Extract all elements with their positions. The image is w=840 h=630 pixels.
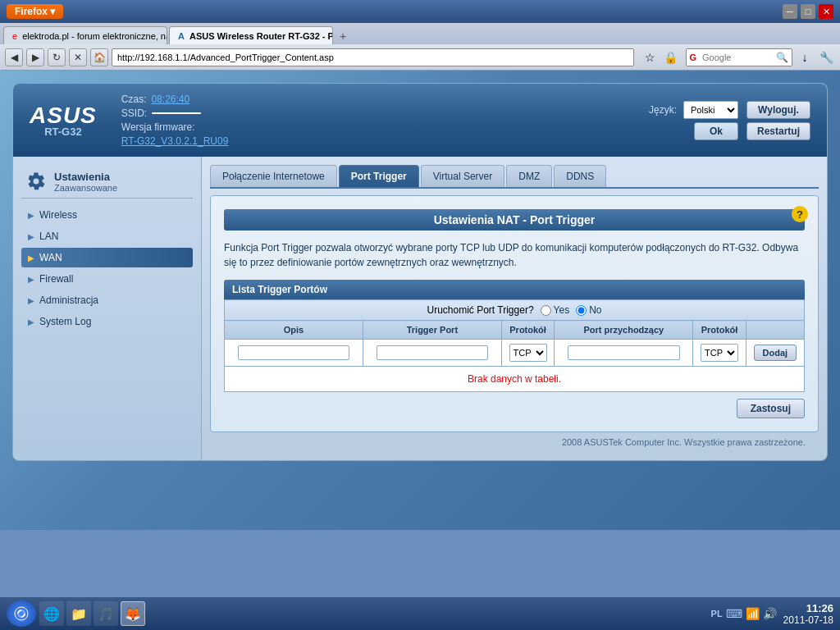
no-radio-text: No [589, 304, 601, 316]
apply-row: Zastosuj [224, 392, 805, 418]
search-input[interactable] [699, 52, 773, 62]
sidebar-item-admin-label: Administracja [39, 294, 98, 306]
protokol1-select-cell: TCP UDP [501, 340, 554, 367]
czas-value[interactable]: 08:26:40 [151, 94, 189, 105]
enable-cell: Uruchomić Port Trigger? Yes No [225, 300, 805, 321]
opis-input[interactable] [238, 345, 350, 360]
sidebar-item-firewall-label: Firewall [39, 273, 73, 285]
tab-polaczenie[interactable]: Połączenie Internetowe [210, 165, 337, 187]
taskbar-media-icon[interactable]: 🎵 [94, 601, 118, 626]
bookmark-star-icon[interactable]: ☆ [641, 48, 659, 66]
logout-button[interactable]: Wyloguj. [746, 101, 810, 119]
header-buttons: Wyloguj. Restartuj [746, 101, 810, 140]
trigger-port-header: Trigger Port [363, 321, 501, 340]
tab-ddns-label: DDNS [566, 171, 594, 182]
firefox-menu-button[interactable]: Firefox ▾ [7, 4, 63, 19]
minimize-button[interactable]: ─ [783, 4, 797, 19]
port-trigger-title: Ustawienia NAT - Port Trigger [224, 209, 805, 231]
protokol2-select[interactable]: TCP UDP [701, 344, 738, 362]
tab-virtual-server-label: Virtual Server [433, 171, 492, 182]
port-przychodzacy-input-cell [555, 340, 693, 367]
apply-button[interactable]: Zastosuj [737, 399, 805, 418]
trigger-list-title: Lista Trigger Portów [224, 280, 805, 299]
sidebar-item-syslog[interactable]: ▶ System Log [21, 312, 193, 331]
sidebar-header: Ustawienia Zaawansowane [21, 165, 193, 199]
tab-virtual-server[interactable]: Virtual Server [421, 165, 504, 187]
close-button[interactable]: ✕ [819, 4, 833, 19]
new-tab-button[interactable]: + [335, 28, 351, 44]
restart-button[interactable]: Restartuj [746, 122, 810, 140]
settings-icon [25, 170, 48, 193]
taskbar-right: PL ⌨ 📶 🔊 11:26 2011-07-18 [711, 602, 833, 626]
tab-elektroda[interactable]: e elektroda.pl - forum elektroniczne, na… [3, 26, 167, 44]
trigger-port-input-cell [363, 340, 501, 367]
address-bar[interactable] [112, 48, 634, 66]
protokol2-header: Protokół [693, 321, 746, 340]
protokol1-select[interactable]: TCP UDP [509, 344, 547, 362]
language-section: Język: Polski English [649, 101, 738, 119]
tab-ddns[interactable]: DDNS [554, 165, 606, 187]
clock-time: 11:26 [783, 602, 833, 614]
forward-button[interactable]: ▶ [26, 48, 44, 66]
yes-radio-label[interactable]: Yes [541, 304, 570, 316]
router-page: ASUS RT-G32 Czas: 08:26:40 SSID: Wersja … [0, 71, 840, 530]
trigger-port-input[interactable] [377, 345, 489, 360]
action-header [746, 321, 804, 340]
language-label: Język: [649, 104, 677, 116]
firmware-value[interactable]: RT-G32_V3.0.2.1_RU09 [121, 135, 229, 147]
sidebar-item-admin[interactable]: ▶ Administracja [21, 290, 193, 310]
home-button[interactable]: 🏠 [90, 48, 108, 66]
help-button[interactable]: ? [792, 206, 808, 222]
search-submit-button[interactable]: 🔍 [773, 52, 792, 63]
sidebar-item-lan[interactable]: ▶ LAN [21, 226, 193, 246]
footer: 2008 ASUSTek Computer Inc. Wszystkie pra… [210, 432, 819, 452]
sidebar-item-lan-label: LAN [39, 231, 58, 242]
router-container: ASUS RT-G32 Czas: 08:26:40 SSID: Wersja … [12, 83, 828, 461]
addons-icon[interactable]: 🔧 [817, 48, 835, 66]
port-przychodzacy-input[interactable] [568, 345, 680, 360]
ssid-label: SSID: [121, 107, 147, 119]
taskbar-explorer-icon[interactable]: 📁 [66, 601, 91, 626]
tab-port-trigger[interactable]: Port Trigger [339, 165, 419, 187]
nav-bar: ◀ ▶ ↻ ✕ 🏠 ☆ 🔒 G 🔍 ↓ 🔧 [0, 44, 840, 71]
port-trigger-box: ? Ustawienia NAT - Port Trigger Funkcja … [210, 195, 819, 432]
sidebar-subtitle: Zaawansowane [54, 183, 117, 193]
sidebar-item-syslog-label: System Log [39, 316, 91, 327]
browser-chrome: Firefox ▾ ─ □ ✕ e elektroda.pl - forum e… [0, 0, 840, 71]
firmware-row: Wersja firmware: [121, 121, 229, 133]
sidebar-item-wan-label: WAN [39, 252, 62, 263]
sidebar-item-wan[interactable]: ▶ WAN [21, 248, 193, 267]
sidebar-item-wireless-label: Wireless [39, 209, 77, 221]
tab-dmz[interactable]: DMZ [506, 165, 552, 187]
reload-button[interactable]: ↻ [48, 48, 66, 66]
taskbar-ie-icon[interactable]: 🌐 [39, 601, 64, 626]
stop-button[interactable]: ✕ [69, 48, 87, 66]
port-trigger-description: Funkcja Port Trigger pozwala otworzyć wy… [224, 240, 805, 270]
sidebar-item-firewall[interactable]: ▶ Firewall [21, 269, 193, 289]
router-header: ASUS RT-G32 Czas: 08:26:40 SSID: Wersja … [13, 84, 827, 157]
ok-button[interactable]: Ok [694, 122, 738, 140]
no-radio[interactable] [576, 305, 587, 316]
header-info: Czas: 08:26:40 SSID: Wersja firmware: RT… [121, 94, 229, 147]
add-button-cell: Dodaj [746, 340, 804, 367]
start-button[interactable] [7, 600, 36, 627]
tab-asus[interactable]: A ASUS Wireless Router RT-G32 - Port T..… [169, 26, 333, 44]
protokol1-header: Protokół [501, 321, 554, 340]
language-select[interactable]: Polski English [683, 101, 738, 119]
opis-header: Opis [225, 321, 363, 340]
tab-dmz-label: DMZ [518, 171, 540, 182]
sidebar-item-wireless[interactable]: ▶ Wireless [21, 205, 193, 225]
downloads-icon[interactable]: ↓ [796, 48, 814, 66]
tab-bar: e elektroda.pl - forum elektroniczne, na… [0, 23, 840, 44]
taskbar-firefox-icon[interactable]: 🦊 [121, 601, 145, 626]
tab-polaczenie-label: Połączenie Internetowe [222, 171, 325, 182]
maximize-button[interactable]: □ [801, 4, 815, 19]
main-tabs: Połączenie Internetowe Port Trigger Virt… [210, 165, 819, 189]
yes-radio[interactable] [541, 305, 551, 316]
add-button[interactable]: Dodaj [754, 345, 797, 361]
no-radio-label[interactable]: No [576, 304, 601, 316]
volume-icon[interactable]: 🔊 [763, 607, 777, 620]
firmware-value-row: RT-G32_V3.0.2.1_RU09 [121, 135, 229, 147]
network-icon: 📶 [746, 607, 760, 620]
back-button[interactable]: ◀ [5, 48, 23, 66]
